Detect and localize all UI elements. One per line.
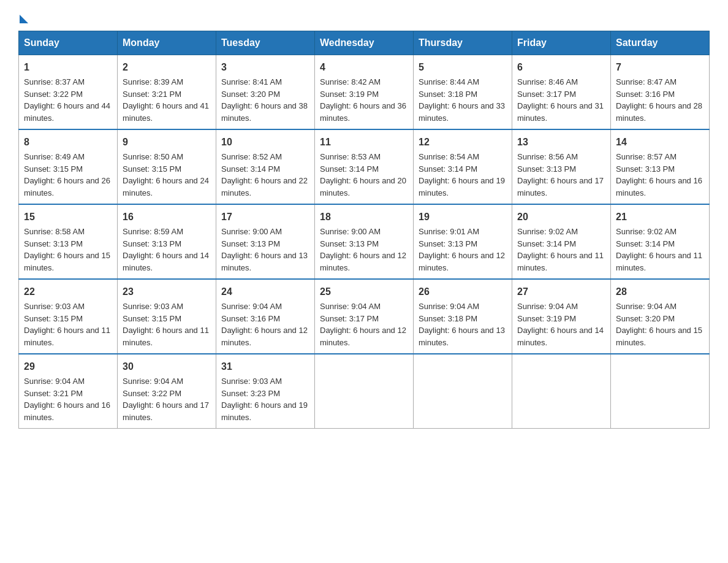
day-info: Sunrise: 8:47 AMSunset: 3:16 PMDaylight:… <box>616 77 702 123</box>
calendar-day-cell: 6 Sunrise: 8:46 AMSunset: 3:17 PMDayligh… <box>512 55 611 130</box>
day-number: 10 <box>221 135 309 150</box>
day-info: Sunrise: 8:58 AMSunset: 3:13 PMDaylight:… <box>24 227 110 272</box>
day-info: Sunrise: 9:02 AMSunset: 3:14 PMDaylight:… <box>616 227 702 272</box>
day-number: 19 <box>419 210 507 224</box>
day-number: 17 <box>221 210 309 224</box>
calendar-day-cell: 1 Sunrise: 8:37 AMSunset: 3:22 PMDayligh… <box>19 55 118 130</box>
day-info: Sunrise: 9:00 AMSunset: 3:13 PMDaylight:… <box>221 227 308 272</box>
day-info: Sunrise: 8:59 AMSunset: 3:13 PMDaylight:… <box>123 227 209 272</box>
day-number: 29 <box>24 359 112 374</box>
calendar-day-cell: 22 Sunrise: 9:03 AMSunset: 3:15 PMDaylig… <box>19 279 118 354</box>
weekday-header-sunday: Sunday <box>19 31 118 55</box>
logo <box>18 12 29 21</box>
calendar-day-cell: 28 Sunrise: 9:04 AMSunset: 3:20 PMDaylig… <box>611 279 710 354</box>
day-info: Sunrise: 8:39 AMSunset: 3:21 PMDaylight:… <box>123 77 209 123</box>
day-number: 26 <box>419 285 507 299</box>
day-number: 20 <box>517 210 605 224</box>
day-info: Sunrise: 9:04 AMSunset: 3:16 PMDaylight:… <box>221 302 308 347</box>
logo-arrow-icon <box>20 15 28 23</box>
day-info: Sunrise: 8:50 AMSunset: 3:15 PMDaylight:… <box>123 152 209 197</box>
day-info: Sunrise: 8:41 AMSunset: 3:20 PMDaylight:… <box>221 77 308 123</box>
day-number: 24 <box>221 285 309 299</box>
page-header <box>18 12 710 21</box>
day-number: 7 <box>616 60 704 75</box>
calendar-day-cell: 14 Sunrise: 8:57 AMSunset: 3:13 PMDaylig… <box>611 129 710 204</box>
day-number: 16 <box>123 210 211 224</box>
day-info: Sunrise: 9:04 AMSunset: 3:17 PMDaylight:… <box>320 302 406 347</box>
day-number: 14 <box>616 135 704 150</box>
weekday-header-saturday: Saturday <box>611 31 710 55</box>
calendar-day-cell: 3 Sunrise: 8:41 AMSunset: 3:20 PMDayligh… <box>216 55 315 130</box>
day-number: 23 <box>123 285 211 299</box>
calendar-day-cell: 31 Sunrise: 9:03 AMSunset: 3:23 PMDaylig… <box>216 354 315 429</box>
day-info: Sunrise: 8:52 AMSunset: 3:14 PMDaylight:… <box>221 152 308 197</box>
day-info: Sunrise: 8:37 AMSunset: 3:22 PMDaylight:… <box>24 77 110 123</box>
day-info: Sunrise: 9:03 AMSunset: 3:23 PMDaylight:… <box>221 377 308 422</box>
calendar-day-cell: 21 Sunrise: 9:02 AMSunset: 3:14 PMDaylig… <box>611 204 710 279</box>
day-info: Sunrise: 8:44 AMSunset: 3:18 PMDaylight:… <box>419 77 505 123</box>
calendar-day-cell: 18 Sunrise: 9:00 AMSunset: 3:13 PMDaylig… <box>315 204 414 279</box>
day-number: 1 <box>24 60 112 75</box>
calendar-day-cell: 19 Sunrise: 9:01 AMSunset: 3:13 PMDaylig… <box>414 204 512 279</box>
day-number: 27 <box>517 285 605 299</box>
day-number: 18 <box>320 210 408 224</box>
calendar-day-cell: 24 Sunrise: 9:04 AMSunset: 3:16 PMDaylig… <box>216 279 315 354</box>
day-number: 9 <box>123 135 211 150</box>
day-number: 5 <box>419 60 507 75</box>
day-number: 21 <box>616 210 704 224</box>
day-number: 22 <box>24 285 112 299</box>
day-number: 2 <box>123 60 211 75</box>
calendar-day-cell: 25 Sunrise: 9:04 AMSunset: 3:17 PMDaylig… <box>315 279 414 354</box>
day-number: 3 <box>221 60 309 75</box>
calendar-day-cell: 8 Sunrise: 8:49 AMSunset: 3:15 PMDayligh… <box>19 129 118 204</box>
calendar-week-row: 8 Sunrise: 8:49 AMSunset: 3:15 PMDayligh… <box>19 129 710 204</box>
calendar-day-cell <box>414 354 512 429</box>
calendar-day-cell: 4 Sunrise: 8:42 AMSunset: 3:19 PMDayligh… <box>315 55 414 130</box>
day-number: 30 <box>123 359 211 374</box>
day-info: Sunrise: 9:04 AMSunset: 3:21 PMDaylight:… <box>24 377 110 422</box>
day-info: Sunrise: 9:04 AMSunset: 3:20 PMDaylight:… <box>616 302 702 347</box>
calendar-day-cell: 15 Sunrise: 8:58 AMSunset: 3:13 PMDaylig… <box>19 204 118 279</box>
day-number: 25 <box>320 285 408 299</box>
day-info: Sunrise: 9:03 AMSunset: 3:15 PMDaylight:… <box>123 302 209 347</box>
calendar-week-row: 15 Sunrise: 8:58 AMSunset: 3:13 PMDaylig… <box>19 204 710 279</box>
weekday-header-friday: Friday <box>512 31 611 55</box>
weekday-header-tuesday: Tuesday <box>216 31 315 55</box>
calendar-day-cell: 5 Sunrise: 8:44 AMSunset: 3:18 PMDayligh… <box>414 55 512 130</box>
calendar-table: SundayMondayTuesdayWednesdayThursdayFrid… <box>18 31 710 429</box>
calendar-day-cell: 27 Sunrise: 9:04 AMSunset: 3:19 PMDaylig… <box>512 279 611 354</box>
calendar-day-cell <box>512 354 611 429</box>
day-info: Sunrise: 8:56 AMSunset: 3:13 PMDaylight:… <box>517 152 604 197</box>
day-number: 28 <box>616 285 704 299</box>
calendar-day-cell: 16 Sunrise: 8:59 AMSunset: 3:13 PMDaylig… <box>118 204 216 279</box>
day-info: Sunrise: 8:54 AMSunset: 3:14 PMDaylight:… <box>419 152 505 197</box>
day-info: Sunrise: 9:03 AMSunset: 3:15 PMDaylight:… <box>24 302 110 347</box>
calendar-day-cell: 20 Sunrise: 9:02 AMSunset: 3:14 PMDaylig… <box>512 204 611 279</box>
day-info: Sunrise: 8:49 AMSunset: 3:15 PMDaylight:… <box>24 152 110 197</box>
day-number: 6 <box>517 60 605 75</box>
day-info: Sunrise: 8:46 AMSunset: 3:17 PMDaylight:… <box>517 77 604 123</box>
calendar-day-cell <box>315 354 414 429</box>
calendar-week-row: 22 Sunrise: 9:03 AMSunset: 3:15 PMDaylig… <box>19 279 710 354</box>
calendar-day-cell: 29 Sunrise: 9:04 AMSunset: 3:21 PMDaylig… <box>19 354 118 429</box>
calendar-day-cell: 23 Sunrise: 9:03 AMSunset: 3:15 PMDaylig… <box>118 279 216 354</box>
weekday-header-monday: Monday <box>118 31 216 55</box>
day-info: Sunrise: 9:04 AMSunset: 3:22 PMDaylight:… <box>123 377 209 422</box>
calendar-week-row: 1 Sunrise: 8:37 AMSunset: 3:22 PMDayligh… <box>19 55 710 130</box>
weekday-header-thursday: Thursday <box>414 31 512 55</box>
calendar-day-cell: 13 Sunrise: 8:56 AMSunset: 3:13 PMDaylig… <box>512 129 611 204</box>
calendar-day-cell: 10 Sunrise: 8:52 AMSunset: 3:14 PMDaylig… <box>216 129 315 204</box>
day-info: Sunrise: 9:04 AMSunset: 3:18 PMDaylight:… <box>419 302 505 347</box>
calendar-day-cell: 17 Sunrise: 9:00 AMSunset: 3:13 PMDaylig… <box>216 204 315 279</box>
weekday-header-wednesday: Wednesday <box>315 31 414 55</box>
day-number: 15 <box>24 210 112 224</box>
day-info: Sunrise: 9:02 AMSunset: 3:14 PMDaylight:… <box>517 227 604 272</box>
day-number: 4 <box>320 60 408 75</box>
calendar-day-cell: 7 Sunrise: 8:47 AMSunset: 3:16 PMDayligh… <box>611 55 710 130</box>
calendar-day-cell <box>611 354 710 429</box>
calendar-day-cell: 26 Sunrise: 9:04 AMSunset: 3:18 PMDaylig… <box>414 279 512 354</box>
day-info: Sunrise: 9:01 AMSunset: 3:13 PMDaylight:… <box>419 227 505 272</box>
day-number: 12 <box>419 135 507 150</box>
day-info: Sunrise: 9:04 AMSunset: 3:19 PMDaylight:… <box>517 302 604 347</box>
day-number: 13 <box>517 135 605 150</box>
